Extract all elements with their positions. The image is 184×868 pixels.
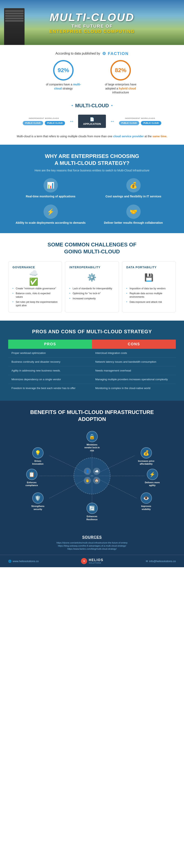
hero-title: MULTI-CLOUD THE FUTURE OF ENTERPRISE CLO… [49,11,134,34]
benefit-icon-compliance: 📋 [26,469,37,480]
benefit-node-visibility: 👁️ Improves visibility [137,492,155,510]
source-link-1[interactable]: https://dzone.com/articles/multi-cloud-i… [8,541,176,544]
benefit-node-vendor: 🔒 Minimizes vendor lock-in risk [83,431,101,452]
interop-point-1: Lack of standards for interoperability [69,286,115,291]
stat-value-92: 92% [58,67,69,73]
cloud-box-2: PUBLIC CLOUD [45,121,65,125]
center-icon-home: 🏠 [93,477,100,484]
sources-title: SOURCES [8,535,176,539]
company-name: HELIOS [89,558,103,562]
main-title: MULTI-CLOUD [49,11,134,24]
data-portability-icon: 💾 [143,271,155,284]
right-workload-label: INDEPENDENT WORKLOADS [125,117,155,119]
governance-icon: ☁️✅ [29,271,41,284]
governance-point-2: Balance costs, risks & expected values [12,291,58,300]
published-prefix: According to data published by [55,52,100,55]
challenge-governance: GOVERNANCE ☁️✅ Create "minimum viable go… [8,261,62,312]
benefit-text-affordability: Increases price affordability [137,460,155,465]
why-item-1: 📊 Real-time monitoring of applications [12,178,89,198]
why-icon-2: 💰 [126,178,141,192]
why-section: WHY ARE ENTERPRISES CHOOSINGA MULTI-CLOU… [0,145,184,233]
cloud-box-3: PUBLIC CLOUD [119,121,140,125]
multicloud-section: MULTI-CLOUD INDEPENDENT WORKLOADS PUBLIC… [0,99,184,145]
sources-section: SOURCES https://dzone.com/articles/multi… [0,531,184,555]
interoperability-list: Lack of standards for interoperability O… [69,286,115,301]
arrow-left: ↔ [69,118,74,124]
pros-column: PROS Proper workload optimization Busine… [8,340,92,393]
email-text: info@heliosolutions.co [149,560,176,563]
source-link-3[interactable]: https://www.factinc.com/blog/multi-cloud… [8,548,176,550]
benefit-icon-resilience: 🔄 [87,503,98,514]
why-text-4: Deliver better results through collabora… [104,221,163,225]
center-icon-cloud: ☁️ [93,468,100,475]
cloud-box-1: PUBLIC CLOUD [23,121,43,125]
stats-row: 92% of companies have a multi-cloud stra… [12,60,172,95]
stat-value-82: 82% [115,67,126,73]
benefit-node-security: 🛡️ Strengthens security [29,492,47,510]
company-tagline: SOLUTIONS [89,562,103,564]
interoperability-title: INTEROPERABILITY [69,266,115,269]
source-link-2[interactable]: https://blog.soloway.com/the-8-advantage… [8,545,176,547]
footer-website: 🌐 www.heliosolutions.co [8,560,39,563]
why-text-3: Ability to scale deployments according t… [16,221,86,225]
governance-title: GOVERNANCE [12,266,58,269]
benefit-icon-agility: ⚡ [147,469,158,480]
why-icon-3: ⚡ [43,205,58,219]
stat-item-82: 82% of large enterprises have adopted a … [100,60,141,95]
why-icon-4: 🤝 [126,205,141,219]
cons-column: CONS Intercloud integration costs Networ… [92,340,176,393]
con-item-1: Intercloud integration costs [92,349,176,358]
benefits-diagram: 👤 ☁️ 🖐️ 🏠 🔒 Minimizes vendor lock-in ris… [23,429,161,523]
faction-logo: ⚙ FACTION [102,51,129,56]
hero-subtitle2: ENTERPRISE CLOUD COMPUTING [49,29,134,34]
data-point-3: Data exposure and attack risk [126,300,172,305]
email-icon: ✉ [146,560,148,563]
benefit-text-security: Strengthens security [29,505,47,510]
why-grid: 📊 Real-time monitoring of applications 💰… [12,178,172,225]
benefit-icon-innovation: 💡 [32,447,43,459]
why-item-2: 💰 Cost savings and flexibility in IT ser… [95,178,172,198]
why-title: WHY ARE ENTERPRISES CHOOSINGA MULTI-CLOU… [12,153,172,167]
benefit-icon-security: 🛡️ [32,492,43,504]
why-item-3: ⚡ Ability to scale deployments according… [12,205,89,225]
challenges-title: SOME COMMON CHALLENGES OFGOING MULTI-CLO… [8,241,176,255]
benefit-node-compliance: 📋 Enforces compliance [23,469,41,487]
benefit-icon-vendor: 🔒 [87,431,98,442]
center-icons: 👤 ☁️ 🖐️ 🏠 [82,466,102,486]
stat-text-92: of companies have a multi-cloud strategy [43,83,84,91]
challenges-section: SOME COMMON CHALLENGES OFGOING MULTI-CLO… [0,233,184,320]
challenges-grid: GOVERNANCE ☁️✅ Create "minimum viable go… [8,261,176,312]
multicloud-title: MULTI-CLOUD [12,103,172,108]
stat-item-92: 92% of companies have a multi-cloud stra… [43,60,84,95]
benefit-node-resilience: 🔄 Enhances Resilience [83,503,101,521]
challenge-interoperability: INTEROPERABILITY ⚙️ Lack of standards fo… [65,261,119,312]
published-by: According to data published by ⚙ FACTION [12,51,172,56]
pro-item-4: Minimizes dependency on a single vendor [8,375,92,384]
pros-cons-grid: PROS Proper workload optimization Busine… [8,340,176,393]
con-item-4: Managing multiple providers increases op… [92,375,176,384]
server-image [4,8,25,45]
benefit-text-visibility: Improves visibility [137,505,155,510]
benefits-title: BENEFITS OF MULTI-CLOUD INFRASTRUCTUREAD… [8,409,176,423]
con-item-2: Network latency issues and bandwidth con… [92,358,176,366]
hero-section: MULTI-CLOUD THE FUTURE OF ENTERPRISE CLO… [0,0,184,45]
pro-item-2: Business continuity and disaster recover… [8,358,92,366]
cloud-diagram: INDEPENDENT WORKLOADS PUBLIC CLOUD PUBLI… [23,113,161,130]
benefit-text-agility: Delivers more agility [143,481,161,487]
data-point-1: Imposition of data tax by vendors [126,286,172,291]
globe-icon: 🌐 [8,560,11,563]
benefit-text-compliance: Enforces compliance [23,481,41,487]
arrow-right: ↔ [110,118,115,124]
stat-text-82: of large enterprises have adopted a hybr… [100,83,141,95]
data-point-2: Replicate data across multiple environme… [126,291,172,300]
footer: 🌐 www.heliosolutions.co ☀ HELIOS SOLUTIO… [0,555,184,567]
app-center: 📄 APPLICATION [78,115,106,128]
pro-item-1: Proper workload optimization [8,349,92,358]
center-icon-user: 👤 [84,468,91,475]
stats-section: According to data published by ⚙ FACTION… [0,45,184,99]
interoperability-icon: ⚙️ [86,271,98,284]
benefit-node-affordability: 💰 Increases price affordability [137,447,155,465]
pros-header: PROS [8,340,92,349]
benefits-section: BENEFITS OF MULTI-CLOUD INFRASTRUCTUREAD… [0,401,184,531]
why-subtitle: Here are the key reasons that force busi… [12,169,172,172]
